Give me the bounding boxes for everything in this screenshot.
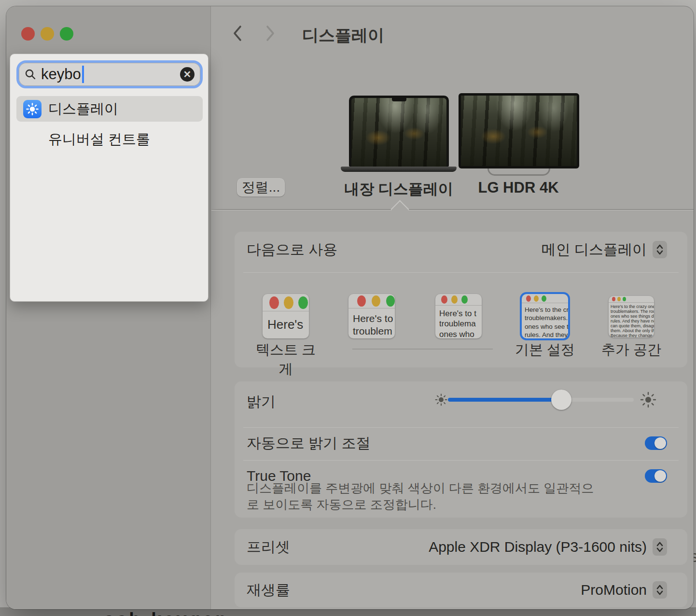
- refresh-rate-label: 재생률: [247, 580, 290, 600]
- monitor-stand: [487, 168, 550, 176]
- mini-zoom-icon: [461, 295, 468, 304]
- display-settings-pane: 디스플레이 내장 디스플레이 LG HDR 4K 정렬... 다음으로 사용 메…: [211, 6, 694, 609]
- mini-minimize-icon: [372, 295, 380, 307]
- scale-option-larger-text[interactable]: Here's: [263, 294, 309, 338]
- scale-option-3[interactable]: Here's to t troublema ones who: [435, 294, 482, 338]
- brightness-high-icon: [640, 392, 656, 408]
- section-divider: [211, 209, 694, 210]
- use-as-dropdown[interactable]: [653, 241, 667, 258]
- use-as-value: 메인 디스플레이: [542, 240, 647, 260]
- mini-minimize-icon: [534, 295, 539, 302]
- system-settings-window: keybo ✕: [6, 6, 694, 609]
- sidebar: keybo ✕: [6, 6, 211, 609]
- mini-close-icon: [612, 297, 615, 301]
- true-tone-description: 디스플레이를 주변광에 맞춰 색상이 다른 환경에서도 일관적으로 보이도록 자…: [247, 480, 606, 513]
- scale-label-larger-text: 텍스트 크게: [252, 340, 320, 379]
- external-display-thumbnail[interactable]: [459, 93, 579, 168]
- mini-minimize-icon: [451, 295, 458, 304]
- mini-close-icon: [441, 295, 447, 304]
- scale-label-more-space: 추가 공간: [598, 340, 665, 360]
- resolution-card: 다음으로 사용 메인 디스플레이: [235, 232, 687, 367]
- up-down-chevrons-icon: [655, 541, 664, 553]
- text-cursor: [82, 66, 84, 83]
- brightness-label: 밝기: [247, 392, 276, 412]
- scale-option-default[interactable]: Here's to the cr troublemakers. ones who…: [522, 294, 568, 338]
- mini-zoom-icon: [542, 295, 546, 302]
- mini-zoom-icon: [623, 297, 626, 301]
- slider-track[interactable]: [448, 398, 634, 402]
- true-tone-toggle[interactable]: [645, 469, 667, 483]
- terminal-text: ssh-keygen: [104, 609, 229, 616]
- search-result-universal-control[interactable]: 유니버설 컨트롤: [16, 126, 203, 152]
- zoom-button[interactable]: [60, 27, 73, 41]
- laptop-base: [341, 167, 457, 172]
- display-brightness-icon: [23, 100, 42, 118]
- refresh-rate-card: 재생률 ProMotion: [235, 573, 687, 607]
- brightness-slider-fill: [448, 398, 561, 402]
- arrange-button[interactable]: 정렬...: [237, 178, 285, 196]
- brightness-card: 밝기: [235, 381, 687, 518]
- preset-card: 프리셋 Apple XDR Display (P3-1600 nits): [235, 529, 687, 565]
- search-input[interactable]: keybo ✕: [16, 60, 203, 88]
- scale-options-connector-line: [352, 349, 493, 350]
- preset-value: Apple XDR Display (P3-1600 nits): [429, 539, 647, 555]
- search-results-panel: keybo ✕: [10, 54, 209, 302]
- minimize-button[interactable]: [41, 27, 54, 41]
- auto-brightness-toggle[interactable]: [645, 436, 667, 450]
- forward-button[interactable]: [265, 25, 276, 42]
- brightness-slider-knob[interactable]: [551, 390, 571, 410]
- refresh-rate-dropdown[interactable]: [653, 581, 667, 599]
- selected-display-pointer: [390, 200, 409, 218]
- mini-minimize-icon: [284, 296, 293, 309]
- mini-zoom-icon: [298, 296, 308, 309]
- brightness-low-icon: [435, 393, 447, 406]
- mini-zoom-icon: [386, 295, 395, 307]
- mini-close-icon: [357, 295, 366, 307]
- search-query: keybo: [41, 66, 81, 83]
- page-title: 디스플레이: [302, 25, 384, 47]
- brightness-slider[interactable]: [434, 389, 666, 410]
- result-label: 유니버설 컨트롤: [48, 130, 150, 149]
- mini-minimize-icon: [617, 297, 621, 301]
- back-button[interactable]: [232, 25, 243, 42]
- refresh-rate-value: ProMotion: [581, 582, 647, 598]
- wallpaper-image: [351, 98, 446, 167]
- search-icon: [25, 69, 36, 80]
- external-display-name: LG HDR 4K: [446, 179, 591, 196]
- up-down-chevrons-icon: [655, 244, 664, 255]
- wallpaper-image: [461, 96, 577, 166]
- close-button[interactable]: [21, 27, 35, 41]
- result-label: 디스플레이: [48, 99, 118, 119]
- mini-close-icon: [269, 296, 279, 309]
- use-as-label: 다음으로 사용: [247, 240, 337, 260]
- clear-search-button[interactable]: ✕: [180, 67, 195, 82]
- preset-label: 프리셋: [247, 537, 290, 557]
- auto-brightness-label: 자동으로 밝기 조절: [247, 434, 371, 453]
- mini-close-icon: [526, 295, 531, 302]
- toggle-knob: [654, 437, 666, 449]
- laptop-notch: [392, 98, 406, 101]
- scale-option-2[interactable]: Here's to troublem: [348, 294, 395, 338]
- scale-option-more-space[interactable]: Here's to the crazy one troublemakers. T…: [609, 296, 654, 337]
- up-down-chevrons-icon: [655, 584, 664, 596]
- preset-dropdown[interactable]: [653, 538, 667, 556]
- window-controls: [21, 27, 73, 41]
- search-result-displays[interactable]: 디스플레이: [16, 96, 203, 122]
- builtin-display-thumbnail[interactable]: [349, 96, 449, 167]
- toggle-knob: [654, 470, 666, 482]
- scale-label-default: 기본 설정: [511, 340, 579, 360]
